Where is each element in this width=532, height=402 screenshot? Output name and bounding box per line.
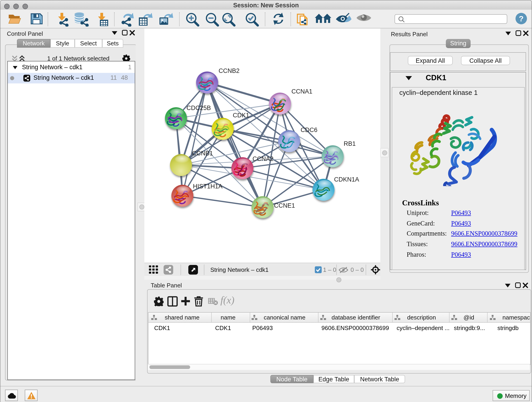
svg-text:CCNA1: CCNA1	[291, 88, 312, 95]
svg-text:CDC25B: CDC25B	[186, 104, 211, 111]
svg-text:CCNA2: CCNA2	[253, 155, 273, 162]
svg-text:CCNB1: CCNB1	[192, 150, 213, 157]
svg-text:CDK1: CDK1	[233, 112, 249, 119]
svg-text:CCNB2: CCNB2	[219, 67, 240, 74]
svg-text:?: ?	[519, 14, 524, 23]
svg-text:RB1: RB1	[344, 140, 356, 147]
svg-text:CDC6: CDC6	[301, 127, 317, 133]
svg-text:CCNE1: CCNE1	[274, 202, 295, 209]
svg-text:CDKN1A: CDKN1A	[334, 176, 359, 183]
svg-text:HIST1H1A: HIST1H1A	[193, 183, 222, 190]
